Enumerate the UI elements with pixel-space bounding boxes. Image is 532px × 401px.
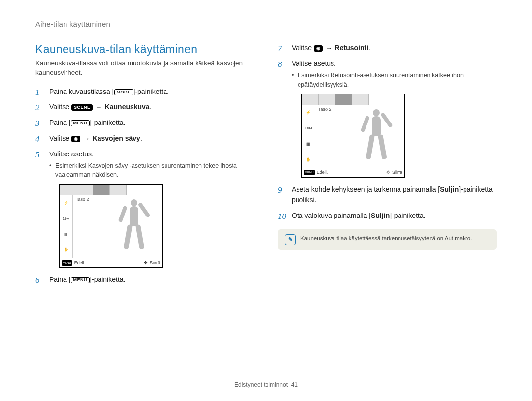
step-8: Valitse asetus. Esimerkiksi Retusointi-a… [278,59,497,178]
left-column: Kauneuskuva-tilan käyttäminen Kauneuskuv… [35,43,254,290]
step-text: . [140,134,142,142]
note-icon: ✎ [285,234,296,245]
step-4: Valitse ◉ → Kasvojen sävy. [35,133,254,144]
step-2: Valitse SCENE → Kauneuskuva. [35,102,254,113]
intro-text: Kauneuskuva-tilassa voit ottaa muotokuvi… [35,59,254,78]
step-text: Aseta kohde kehykseen ja tarkenna painam… [292,185,440,193]
step-bold: Kauneuskuva [105,103,150,111]
step-text: . [368,44,370,52]
menu-icon: MENU [71,277,90,283]
menu-icon: MENU [71,120,90,126]
step-text: Valitse [292,44,314,52]
section-title: Kauneuskuva-tilan käyttäminen [35,43,254,56]
mock-move-label: Siirrä [392,169,402,176]
step-text: ]-painiketta. [133,88,169,95]
step-text: Valitse [49,134,71,142]
mode-icon: MODE [114,89,133,95]
step-text: ]-painiketta. [390,212,425,219]
arrow-icon: → [80,135,92,142]
step-text: Valitse [49,103,71,111]
step-text: Ota valokuva painamalla [ [292,212,371,219]
step-5: Valitse asetus. Esimerkiksi Kasvojen säv… [35,149,254,268]
arrow-icon: → [323,44,334,52]
step-text: Paina [ [49,119,71,126]
step-9: Aseta kohde kehykseen ja tarkenna painam… [278,185,497,206]
mock-back-label: Edell. [317,169,328,176]
arrow-icon: → [93,103,104,111]
mock-level-label: Taso 2 [318,106,332,113]
step-5-sub: Esimerkiksi Kasvojen sävy -asetuksen suu… [49,161,254,179]
page-footer: Edistyneet toiminnot 41 [0,381,532,388]
step-7: Valitse ◉ → Retusointi. [278,43,497,54]
camera-icon: ◉ [314,45,323,52]
step-10: Ota valokuva painamalla [Suljin]-painike… [278,211,497,221]
step-6: Paina [MENU]-painiketta. [35,275,254,285]
camera-icon: ◉ [71,136,81,142]
camera-screen-mock-1: ⚡16м▦✋ Taso 2 MENU Edell. ✥ [59,184,163,268]
menu-icon: MENU [62,260,72,266]
step-bold: Kasvojen sävy [93,134,140,142]
step-text: ]-painiketta. [90,276,125,283]
step-bold: Suljin [371,212,390,219]
right-column: Valitse ◉ → Retusointi. Valitse asetus. … [278,43,497,290]
step-text: Paina kuvaustilassa [ [49,88,114,95]
note-box: ✎ Kauneuskuva-tilaa käytettäessä tarkenn… [278,229,497,250]
step-3: Paina [MENU]-painiketta. [35,118,254,128]
step-text: . [150,103,152,111]
step-text: Valitse asetus. [49,150,94,158]
mock-back-label: Edell. [74,260,86,267]
step-1: Paina kuvaustilassa [MODE]-painiketta. [35,87,254,97]
footer-page-number: 41 [291,381,298,388]
step-bold: Retusointi [335,44,368,52]
mock-move-label: Siirrä [150,260,160,267]
step-text: Paina [ [49,276,71,283]
steps-list-right: Valitse ◉ → Retusointi. Valitse asetus. … [278,43,497,221]
step-text: Valitse asetus. [292,60,336,67]
steps-list-left: Paina kuvaustilassa [MODE]-painiketta. V… [35,87,254,285]
scene-icon: SCENE [71,104,93,111]
menu-icon: MENU [304,170,315,175]
camera-screen-mock-2: ⚡16м▦✋ Taso 2 MENU Edell. ✥ [301,94,405,178]
step-8-sub: Esimerkiksi Retusointi-asetuksen suurent… [292,71,497,89]
step-text: ]-painiketta. [90,119,125,126]
footer-section: Edistyneet toiminnot [234,381,288,388]
note-text: Kauneuskuva-tilaa käytettäessä tarkennus… [300,234,472,242]
mock-level-label: Taso 2 [76,196,89,203]
step-bold: Suljin [440,185,459,193]
breadcrumb: Aihe-tilan käyttäminen [35,20,497,28]
